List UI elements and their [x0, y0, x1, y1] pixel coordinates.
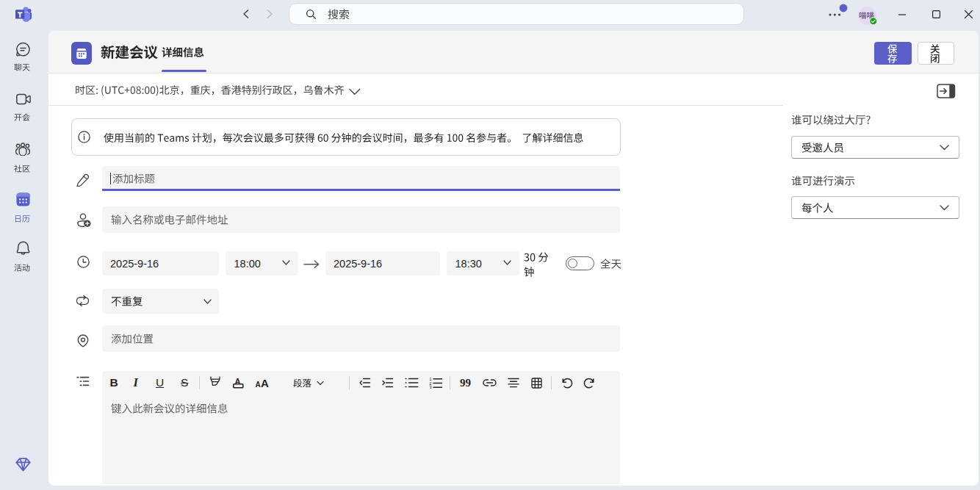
svg-text:3: 3: [429, 385, 431, 389]
